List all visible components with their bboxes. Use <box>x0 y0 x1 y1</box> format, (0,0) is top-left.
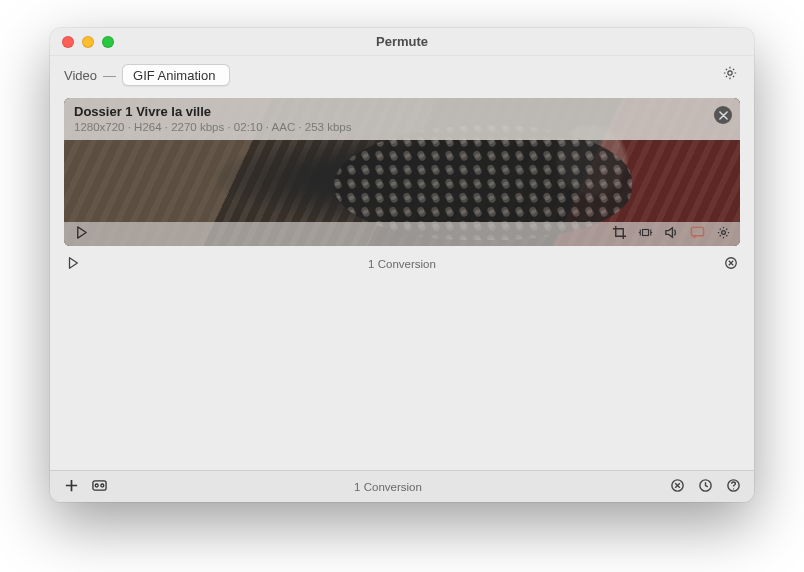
close-window-button[interactable] <box>62 36 74 48</box>
plus-icon <box>64 478 79 495</box>
toolbar: Video — GIF Animation <box>50 56 754 94</box>
clear-all-button[interactable] <box>668 478 686 496</box>
cancel-icon <box>724 256 738 272</box>
svg-rect-1 <box>642 229 648 235</box>
presets-icon <box>92 478 107 495</box>
add-button[interactable] <box>62 478 80 496</box>
subtitles-icon <box>690 225 705 244</box>
cancel-icon <box>670 478 685 495</box>
conversion-item[interactable]: Dossier 1 Vivre la ville 1280x720 · H264… <box>64 98 740 246</box>
gear-icon <box>722 65 738 85</box>
remove-item-button[interactable] <box>714 106 732 124</box>
minimize-window-button[interactable] <box>82 36 94 48</box>
separator-dash: — <box>103 68 116 83</box>
app-window: Permute Video — GIF Animation Dossier 1 … <box>50 28 754 502</box>
svg-point-3 <box>721 230 725 234</box>
svg-point-0 <box>728 71 732 75</box>
footer-status-text: 1 Conversion <box>118 481 658 493</box>
footer: 1 Conversion <box>50 470 754 502</box>
speaker-icon <box>664 225 679 244</box>
settings-button[interactable] <box>720 65 740 85</box>
item-status-row: 1 Conversion <box>64 250 740 278</box>
subtitles-button[interactable] <box>688 225 706 243</box>
svg-rect-2 <box>691 227 703 235</box>
window-title: Permute <box>50 34 754 49</box>
item-status-text: 1 Conversion <box>82 258 722 270</box>
start-conversion-button[interactable] <box>64 255 82 273</box>
cancel-item-button[interactable] <box>722 255 740 273</box>
play-icon <box>66 256 80 272</box>
empty-area <box>50 278 754 470</box>
svg-point-11 <box>732 488 733 489</box>
item-meta: 1280x720 · H264 · 2270 kbps · 02:10 · AA… <box>74 121 730 133</box>
content-area: Dossier 1 Vivre la ville 1280x720 · H264… <box>50 94 754 470</box>
trim-icon <box>638 225 653 244</box>
svg-point-7 <box>100 484 103 487</box>
gear-icon <box>716 225 731 244</box>
zoom-window-button[interactable] <box>102 36 114 48</box>
svg-point-6 <box>95 484 98 487</box>
volume-button[interactable] <box>662 225 680 243</box>
presets-button[interactable] <box>90 478 108 496</box>
history-button[interactable] <box>696 478 714 496</box>
item-title: Dossier 1 Vivre la ville <box>74 104 730 119</box>
help-icon <box>726 478 741 495</box>
media-type-label: Video <box>64 68 97 83</box>
clock-icon <box>698 478 713 495</box>
trim-button[interactable] <box>636 225 654 243</box>
titlebar: Permute <box>50 28 754 56</box>
traffic-lights <box>62 36 114 48</box>
play-icon <box>74 225 89 244</box>
close-icon <box>719 106 728 124</box>
format-dropdown-value: GIF Animation <box>133 68 215 83</box>
format-dropdown[interactable]: GIF Animation <box>122 64 230 86</box>
item-bottom-toolbar <box>64 222 740 246</box>
crop-icon <box>612 225 627 244</box>
item-settings-button[interactable] <box>714 225 732 243</box>
item-info-overlay: Dossier 1 Vivre la ville 1280x720 · H264… <box>64 98 740 140</box>
crop-button[interactable] <box>610 225 628 243</box>
help-button[interactable] <box>724 478 742 496</box>
preview-play-button[interactable] <box>72 225 90 243</box>
